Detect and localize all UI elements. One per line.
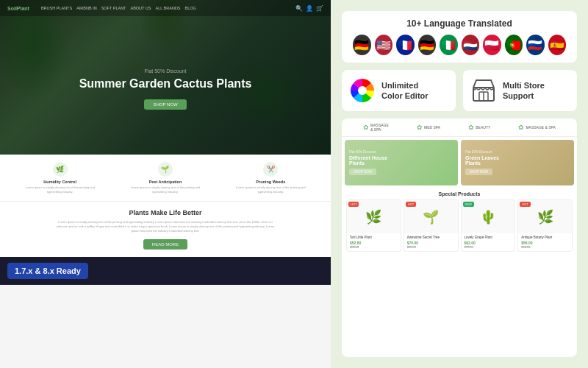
product-old-price-3: $72.00 xyxy=(465,245,512,249)
product-badge-1: HOT xyxy=(348,202,359,207)
product-old-price-4: $65.00 xyxy=(521,245,569,249)
banner2-title: Green Leaves Plants xyxy=(465,155,570,166)
pest-icon: 🌱 xyxy=(158,162,173,177)
content-desc: Lorem ipsum is simply dummy text of the … xyxy=(55,220,276,233)
right-panel: 10+ Language Translated 🇩🇪 🇺🇸 🇫🇷 🇩🇪 🇮🇹 🇳… xyxy=(331,0,588,368)
product-name-3: Lovely Grape Plant xyxy=(465,236,512,239)
product-badge-4: HOT xyxy=(520,202,530,207)
product-name-2: Awesome Secret Tree xyxy=(407,236,455,239)
product-emoji-4: 🌿 xyxy=(537,209,553,225)
humidity-title: Humidity Control xyxy=(43,180,76,184)
cart-icon[interactable]: 🛒 xyxy=(316,5,323,12)
product-img-1: 🌿 HOT xyxy=(347,200,401,233)
store-icon xyxy=(470,77,497,104)
product-card-3: 🌵 NEW Lovely Grape Plant $62.00 $72.00 xyxy=(461,199,516,252)
massage-icon: ✿ xyxy=(363,124,369,131)
hero-discount: Flat 50% Discount xyxy=(145,68,187,74)
nav-item-1[interactable]: BRUSH PLANTS xyxy=(41,6,72,10)
banner-house-plants: Flat 50% Discount Different House Plants… xyxy=(345,140,458,185)
special-title: Special Products xyxy=(346,191,573,197)
color-editor-label: Unlimited Color Editor xyxy=(381,80,429,102)
feature-pruning: ✂️ Pruning Weeds Lorem ipsum is simply d… xyxy=(234,162,307,194)
product-info-1: Soil Little Plant $52.80 $58.40 xyxy=(347,233,401,251)
hero-shop-button[interactable]: SHOP NOW xyxy=(144,99,186,110)
flag-de: 🇩🇪 xyxy=(353,35,371,55)
massage2-icon: ✿ xyxy=(518,124,524,131)
feature-humidity: 🌿 Humidity Control Lorem ipsum is simply… xyxy=(24,162,97,194)
products-row: 🌿 HOT Soil Little Plant $52.80 $58.40 🌱 xyxy=(346,199,573,252)
banner2-btn[interactable]: SHOP NOW xyxy=(465,169,492,175)
main-container: SoilPlant BRUSH PLANTS AIRBNB IN SOFT PL… xyxy=(0,0,588,368)
multi-store-label: Multi Store Support xyxy=(503,80,545,102)
store-banners: Flat 50% Discount Different House Plants… xyxy=(342,137,577,188)
pest-title: Pest Anticipation xyxy=(149,180,182,184)
product-old-price-2: $80.00 xyxy=(407,245,455,249)
massage-label: MASSAGE& SPA xyxy=(370,123,389,132)
banner1-title: Different House Plants xyxy=(349,155,453,166)
beauty-label: BEAUTY xyxy=(476,125,490,130)
flag-us: 🇺🇸 xyxy=(375,35,393,55)
humidity-desc: Lorem ipsum is simply dummy text of the … xyxy=(24,185,97,194)
flag-pl: 🇵🇱 xyxy=(483,35,501,55)
logo-beauty: ✿ BEAUTY xyxy=(468,124,490,131)
features-section: 🌿 Humidity Control Lorem ipsum is simply… xyxy=(0,155,331,202)
feature-pest: 🌱 Pest Anticipation Lorem ipsum is simpl… xyxy=(129,162,202,194)
user-icon[interactable]: 👤 xyxy=(306,5,313,12)
product-card-1: 🌿 HOT Soil Little Plant $52.80 $58.40 xyxy=(346,199,401,252)
product-name-1: Soil Little Plant xyxy=(350,236,398,239)
flag-nl: 🇳🇱 xyxy=(462,35,480,55)
product-card-2: 🌱 HOT Awesome Secret Tree $70.00 $80.00 xyxy=(404,199,459,252)
nav-item-3[interactable]: SOFT PLANT xyxy=(101,6,126,10)
flag-pt: 🇵🇹 xyxy=(505,35,523,55)
beauty-icon: ✿ xyxy=(468,124,474,131)
nav-item-6[interactable]: BLOG xyxy=(185,6,196,10)
languages-title: 10+ Language Translated xyxy=(353,18,566,29)
version-badge: 1.7.x & 8.x Ready xyxy=(7,263,88,279)
product-info-2: Awesome Secret Tree $70.00 $80.00 xyxy=(404,233,458,251)
navigation: SoilPlant BRUSH PLANTS AIRBNB IN SOFT PL… xyxy=(0,0,331,16)
hero-title: Summer Garden Cactus Plants xyxy=(79,77,252,92)
massage2-label: MASSAGE & SPA xyxy=(526,125,555,130)
color-wheel-icon xyxy=(349,77,376,104)
store-logos: ✿ MASSAGE& SPA ✿ MED SPA ✿ BEAUTY ✿ MASS… xyxy=(342,118,577,137)
pruning-desc: Lorem ipsum is simply dummy text of the … xyxy=(234,185,307,194)
product-info-4: Antique Botany Plant $55.00 $65.00 xyxy=(518,233,572,251)
nav-icons: 🔍 👤 🛒 xyxy=(295,5,323,12)
medspa-icon: ✿ xyxy=(417,124,423,131)
product-badge-2: HOT xyxy=(406,202,416,207)
medspa-label: MED SPA xyxy=(424,125,440,130)
product-badge-3: NEW xyxy=(463,202,474,207)
nav-items: BRUSH PLANTS AIRBNB IN SOFT PLANT ABOUT … xyxy=(41,6,196,10)
content-title: Plants Make Life Better xyxy=(129,209,201,216)
color-editor-badge: Unlimited Color Editor xyxy=(342,70,456,111)
languages-section: 10+ Language Translated 🇩🇪 🇺🇸 🇫🇷 🇩🇪 🇮🇹 🇳… xyxy=(342,11,577,63)
banner2-discount: Flat 20% Discount xyxy=(465,150,570,154)
hero-content: Flat 50% Discount Summer Garden Cactus P… xyxy=(0,16,331,155)
search-icon[interactable]: 🔍 xyxy=(295,5,303,12)
product-emoji-2: 🌱 xyxy=(423,209,439,225)
product-img-3: 🌵 NEW xyxy=(462,200,515,233)
flag-fr: 🇫🇷 xyxy=(396,35,415,55)
product-emoji-1: 🌿 xyxy=(365,209,381,225)
nav-item-4[interactable]: ABOUT US xyxy=(130,6,151,10)
pest-desc: Lorem ipsum is simply dummy text of the … xyxy=(129,185,202,194)
product-img-2: 🌱 HOT xyxy=(404,200,458,233)
flag-ru: 🇷🇺 xyxy=(526,35,545,55)
logo-massage: ✿ MASSAGE& SPA xyxy=(363,123,389,132)
read-more-button[interactable]: READ MORE xyxy=(143,239,187,250)
banner-green-leaves: Flat 20% Discount Green Leaves Plants SH… xyxy=(461,140,574,185)
product-old-price-1: $58.40 xyxy=(350,245,398,249)
flag-it: 🇮🇹 xyxy=(440,35,458,55)
nav-item-2[interactable]: AIRBNB IN xyxy=(76,6,97,10)
banner1-btn[interactable]: SHOP NOW xyxy=(349,169,376,175)
website-preview: SoilPlant BRUSH PLANTS AIRBNB IN SOFT PL… xyxy=(0,0,331,368)
store-preview: ✿ MASSAGE& SPA ✿ MED SPA ✿ BEAUTY ✿ MASS… xyxy=(342,118,577,357)
nav-item-5[interactable]: ALL BRANDS xyxy=(156,6,181,10)
bottom-strip: 1.7.x & 8.x Ready xyxy=(0,257,331,285)
flag-de2: 🇩🇪 xyxy=(418,35,437,55)
logo-massage2: ✿ MASSAGE & SPA xyxy=(518,124,555,131)
pruning-title: Pruning Weeds xyxy=(256,180,285,184)
nav-logo: SoilPlant xyxy=(7,6,29,11)
hero-section: SoilPlant BRUSH PLANTS AIRBNB IN SOFT PL… xyxy=(0,0,331,155)
product-img-4: 🌿 HOT xyxy=(518,200,572,233)
